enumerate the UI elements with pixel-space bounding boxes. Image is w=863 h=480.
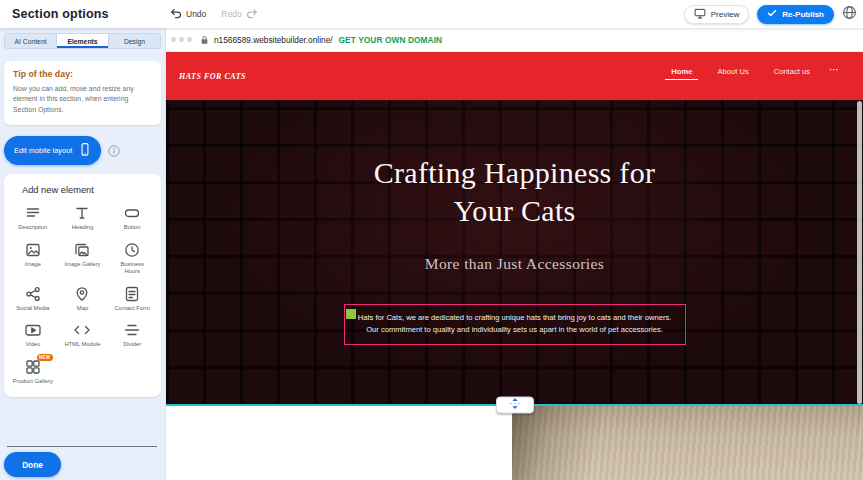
element-item-business-hours[interactable]: Business Hours [107,241,157,276]
element-item-contact-form[interactable]: Contact Form [107,285,157,313]
lock-icon [200,35,209,45]
tab-elements[interactable]: Elements [57,34,109,48]
element-item-product-gallery[interactable]: NEW Product Gallery [8,358,58,386]
html-module-icon [73,321,91,339]
tip-body: Now you can add, move and resize any ele… [13,84,152,115]
resize-arrows-icon [500,397,530,414]
hero-subheading[interactable]: More than Just Accessories [166,254,863,274]
traffic-dot [171,37,176,42]
element-item-heading[interactable]: Heading [58,204,108,232]
edit-mobile-layout-label: Edit mobile layout [14,146,72,155]
nav-item-contact-us[interactable]: Contact us [768,66,816,79]
browser-bar: n1566589.websitebuilder.online/ GET YOUR… [166,28,863,52]
done-button[interactable]: Done [4,452,61,477]
preview-scrollbar[interactable] [857,101,862,404]
next-section [166,406,863,480]
info-icon [108,145,120,157]
business-hours-icon [123,241,141,259]
undo-label: Undo [186,9,206,19]
tab-design[interactable]: Design [109,34,160,48]
contact-form-icon [123,285,141,303]
site-nav: Home About Us Contact us ⋯ [665,66,839,80]
element-item-video[interactable]: Video [8,321,58,349]
tab-ai-content[interactable]: AI Content [5,34,57,48]
preview-button[interactable]: Preview [684,5,749,24]
site-preview: HATS FOR CATS Home About Us Contact us ⋯… [166,52,863,480]
element-item-button[interactable]: Button [107,204,157,232]
undo-button[interactable]: Undo [170,8,206,21]
element-item-html-module[interactable]: HTML Module [58,321,108,349]
map-icon [73,285,91,303]
traffic-dot [187,37,192,42]
new-badge: NEW [37,354,53,361]
redo-icon [246,8,258,21]
preview-label: Preview [711,10,739,19]
element-grid: Description Heading Button Image [8,204,157,385]
traffic-dot [179,37,184,42]
page-title: Section options [12,7,109,21]
element-item-divider[interactable]: Divider [107,321,157,349]
hero-section: Crafting Happiness for Your Cats More th… [166,100,863,406]
check-icon [767,9,777,19]
add-new-element-card: Add new element Description Heading Butt… [4,174,161,397]
element-item-image[interactable]: Image [8,241,58,276]
social-media-icon [24,285,42,303]
element-item-image-gallery[interactable]: Image Gallery [58,241,108,276]
image-icon [24,241,42,259]
next-section-photo [512,406,863,480]
sidebar-tabs: AI Content Elements Design [4,33,161,49]
element-item-social-media[interactable]: Social Media [8,285,58,313]
hero-heading[interactable]: Crafting Happiness for Your Cats [166,100,863,232]
image-gallery-icon [73,241,91,259]
tip-of-the-day-card: Tip of the day: Now you can add, move an… [4,61,161,125]
edit-mobile-layout-button[interactable]: Edit mobile layout [4,136,101,165]
topbar-actions: Preview Re-Publish [684,0,857,28]
url-text: n1566589.websitebuilder.online/ [214,35,333,45]
hero-paragraph-text: Hats for Cats, we are dedicated to craft… [358,313,672,335]
undo-icon [170,8,182,21]
get-domain-link[interactable]: GET YOUR OWN DOMAIN [339,35,443,45]
redo-button[interactable]: Redo [221,8,257,21]
sidebar-divider [7,446,157,447]
product-gallery-icon: NEW [24,358,42,376]
republish-label: Re-Publish [782,10,824,19]
nav-item-about-us[interactable]: About Us [711,66,754,79]
element-item-description[interactable]: Description [8,204,58,232]
history-controls: Undo Redo [170,0,258,28]
globe-icon [842,5,857,23]
heading-icon [73,204,91,222]
mobile-layout-row: Edit mobile layout [4,136,161,165]
add-new-element-title: Add new element [22,185,157,195]
info-button[interactable] [108,145,120,157]
description-icon [24,204,42,222]
tip-title: Tip of the day: [13,69,152,79]
section-resize-handle[interactable] [496,397,534,414]
nav-item-home[interactable]: Home [665,66,698,80]
phone-icon [79,142,91,159]
site-header: HATS FOR CATS Home About Us Contact us ⋯ [166,52,863,100]
traffic-dots [171,37,192,42]
monitor-icon [694,8,706,21]
language-globe-button[interactable] [842,5,857,23]
drag-handle[interactable] [346,309,356,319]
site-logo[interactable]: HATS FOR CATS [179,72,246,81]
topbar: Section options Undo Redo [0,0,863,28]
divider-icon [123,321,141,339]
republish-button[interactable]: Re-Publish [757,5,834,24]
hero-paragraph-box[interactable]: Hats for Cats, we are dedicated to craft… [344,304,686,345]
section-options-sidebar: AI Content Elements Design Tip of the da… [0,28,166,480]
video-icon [24,321,42,339]
nav-more-icon[interactable]: ⋯ [829,66,839,73]
button-icon [123,204,141,222]
redo-label: Redo [221,9,241,19]
element-item-map[interactable]: Map [58,285,108,313]
